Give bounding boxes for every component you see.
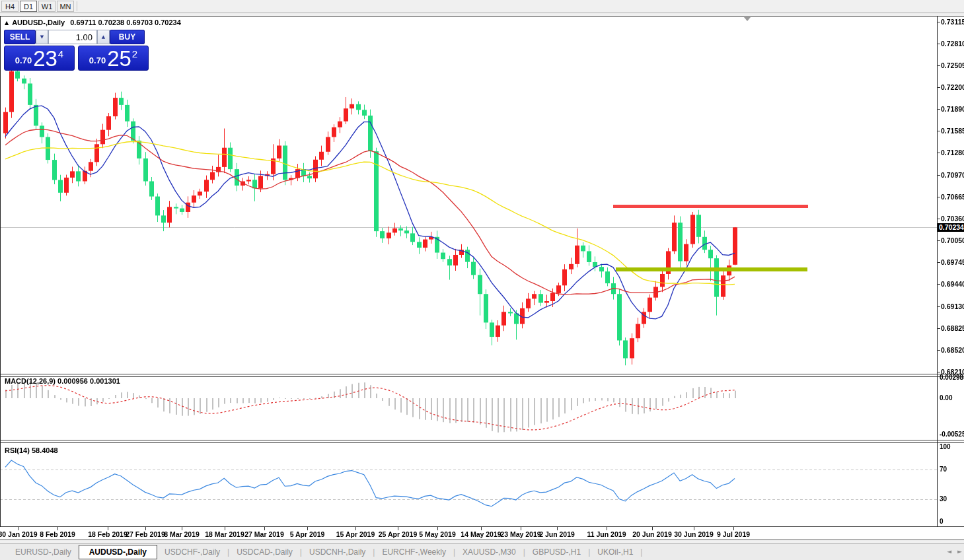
timeframe-button-h4[interactable]: H4: [1, 1, 19, 12]
date-tick-label: 8 Mar 2019: [164, 530, 200, 538]
volume-decrease-button[interactable]: ▼: [36, 30, 48, 44]
price-tick-label: 0.70665: [941, 193, 964, 201]
one-click-trade-panel: SELL ▼ ▲ BUY 0.70 23 4 0.70 25 2: [4, 30, 149, 71]
price-tick-label: 0.70970: [941, 171, 964, 179]
toolbar-divider: [77, 1, 77, 11]
rsi-scale-label: 30: [940, 495, 964, 503]
date-tick-label: 2 Jun 2019: [539, 530, 575, 538]
date-tick-label: 9 Jul 2019: [717, 530, 750, 538]
price-tick-label: 0.71890: [941, 105, 964, 113]
timeframe-toolbar: H4D1W1MN: [0, 0, 964, 13]
sell-price-sup: 4: [58, 48, 63, 59]
price-tick-label: 0.72505: [941, 61, 964, 69]
price-tick-label: 0.69440: [941, 280, 964, 288]
buy-price-prefix: 0.70: [89, 55, 106, 65]
price-tick-label: 0.69130: [941, 302, 964, 310]
date-tick-label: 20 Jun 2019: [632, 530, 672, 538]
sell-price-prefix: 0.70: [15, 55, 32, 65]
date-tick-label: 25 Apr 2019: [379, 530, 418, 538]
price-tick-label: 0.68825: [941, 324, 964, 332]
tab-gbpusd[interactable]: GBPUSD-,H1: [525, 545, 588, 559]
triangle-up-icon: ▲: [5, 20, 9, 26]
current-price-tag: 0.70234: [938, 223, 964, 232]
tab-separator: |: [640, 547, 642, 557]
sell-price-big: 23: [33, 47, 57, 71]
buy-button[interactable]: BUY: [110, 30, 145, 44]
macd-indicator-label: MACD(12,26,9) 0.000956 0.001301: [5, 377, 120, 385]
tab-usdcnh[interactable]: USDCNH-,Daily: [302, 545, 373, 559]
timeframe-buttons: H4D1W1MN: [0, 1, 74, 12]
chart-ohlc-values: 0.69711 0.70238 0.69703 0.70234: [70, 18, 181, 26]
price-tick-label: 0.72200: [941, 83, 964, 91]
chart-tabs: EURUSD-,DailyAUDUSD-,DailyUSDCHF-,Daily|…: [8, 545, 642, 559]
date-tick-label: 11 Jun 2019: [587, 530, 626, 538]
sell-price-panel[interactable]: 0.70 23 4: [4, 46, 75, 71]
tab-scroll-buttons: ◄ ►: [947, 548, 962, 555]
chart-tab-bar: EURUSD-,DailyAUDUSD-,DailyUSDCHF-,Daily|…: [0, 543, 964, 560]
timeframe-button-mn[interactable]: MN: [57, 1, 74, 12]
date-tick-label: 15 Apr 2019: [336, 530, 375, 538]
price-tick-label: 0.70050: [941, 236, 964, 244]
tab-audusd[interactable]: AUDUSD-,Daily: [79, 545, 157, 559]
price-chart-canvas[interactable]: [0, 16, 964, 540]
tab-usdchf[interactable]: USDCHF-,Daily: [157, 545, 227, 559]
date-tick-label: 27 Feb 2019: [126, 530, 165, 538]
date-tick-label: 30 Jan 2019: [0, 530, 37, 538]
price-tick-label: 0.71585: [941, 127, 964, 135]
buy-price-panel[interactable]: 0.70 25 2: [78, 46, 149, 71]
macd-scale-label: -0.005250: [940, 431, 964, 438]
price-tick-label: 0.72810: [941, 40, 964, 48]
rsi-scale-label: 70: [940, 466, 964, 473]
price-tick-label: 0.70360: [941, 215, 964, 223]
tab-scroll-right-icon[interactable]: ►: [957, 548, 962, 555]
buy-price-sup: 2: [132, 48, 137, 59]
rsi-scale-label: 100: [940, 443, 964, 450]
rsi-indicator-label: RSI(14) 58.4048: [5, 446, 58, 454]
tab-scroll-left-icon[interactable]: ◄: [947, 548, 951, 555]
timeframe-button-d1[interactable]: D1: [20, 1, 37, 12]
rsi-scale-label: 0: [940, 518, 964, 525]
date-tick-label: 5 Apr 2019: [290, 530, 325, 538]
chart-title: ▲ AUDUSD-,Daily 0.69711 0.70238 0.69703 …: [5, 18, 181, 26]
chevron-down-icon[interactable]: [744, 17, 751, 21]
tab-eurusd[interactable]: EURUSD-,Daily: [8, 545, 79, 559]
macd-scale-label: 0.00: [940, 394, 964, 402]
chart-symbol-label: AUDUSD-,Daily: [12, 18, 65, 26]
price-tick-label: 0.73115: [941, 18, 964, 26]
timeframe-button-w1[interactable]: W1: [38, 1, 56, 12]
date-tick-label: 5 May 2019: [419, 530, 455, 538]
price-tick-label: 0.68520: [941, 346, 964, 354]
macd-scale-label: 0.002984: [940, 374, 964, 381]
date-tick-label: 14 May 2019: [461, 530, 501, 538]
sell-button[interactable]: SELL: [4, 30, 36, 44]
date-tick-label: 18 Mar 2019: [205, 530, 244, 538]
price-tick-label: 0.71280: [941, 149, 964, 157]
volume-increase-button[interactable]: ▲: [97, 30, 110, 44]
date-tick-label: 27 Mar 2019: [244, 530, 284, 538]
tab-usdcad[interactable]: USDCAD-,Daily: [229, 545, 300, 559]
price-tick-label: 0.69745: [941, 258, 964, 266]
date-tick-label: 23 May 2019: [500, 530, 540, 538]
date-tick-label: 18 Feb 2019: [88, 530, 128, 538]
date-tick-label: 30 Jun 2019: [674, 530, 714, 538]
buy-price-big: 25: [107, 47, 131, 71]
chart-window: ▲ AUDUSD-,Daily 0.69711 0.70238 0.69703 …: [0, 16, 964, 540]
tab-eurchf[interactable]: EURCHF-,Weekly: [375, 545, 453, 559]
tab-ukoil[interactable]: UKOil-,H1: [590, 545, 640, 559]
date-tick-label: 8 Feb 2019: [40, 530, 75, 538]
volume-input[interactable]: [48, 30, 97, 44]
tab-xauusd[interactable]: XAUUSD-,M30: [455, 545, 523, 559]
